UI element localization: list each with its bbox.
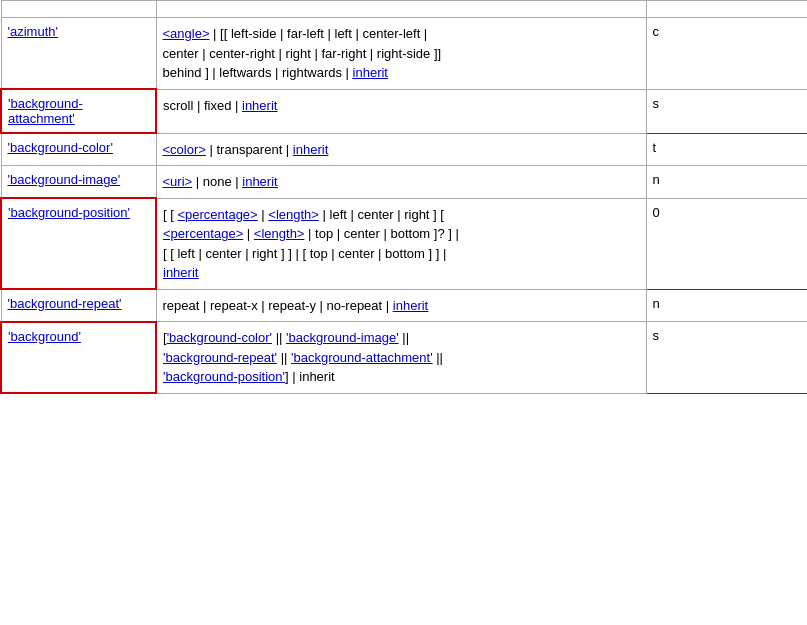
name-cell: 'background': [1, 322, 156, 394]
table-row: 'background-position'[ [ <percentage> | …: [1, 198, 807, 289]
bg-pos-link[interactable]: 'background-position': [163, 369, 285, 384]
percentage-link[interactable]: <percentage>: [177, 207, 257, 222]
azimuth-link[interactable]: 'azimuth': [8, 24, 58, 39]
values-cell: ['background-color' || 'background-image…: [156, 322, 646, 394]
table-row: 'background-attachment'scroll | fixed | …: [1, 89, 807, 133]
extra-cell: 0: [646, 198, 807, 289]
extra-cell: s: [646, 89, 807, 133]
name-cell: 'background-position': [1, 198, 156, 289]
extra-cell: c: [646, 18, 807, 90]
name-cell: 'background-image': [1, 166, 156, 199]
values-cell: <uri> | none | inherit: [156, 166, 646, 199]
color-link[interactable]: <color>: [163, 142, 206, 157]
header-name: [1, 1, 156, 18]
table-row: 'background'['background-color' || 'back…: [1, 322, 807, 394]
uri-link[interactable]: <uri>: [163, 174, 193, 189]
name-cell: 'azimuth': [1, 18, 156, 90]
values-cell: repeat | repeat-x | repeat-y | no-repeat…: [156, 289, 646, 322]
background-attachment-link[interactable]: 'background-attachment': [8, 96, 83, 126]
inherit-link[interactable]: inherit: [163, 265, 198, 280]
name-cell: 'background-attachment': [1, 89, 156, 133]
header-values: [156, 1, 646, 18]
extra-cell: n: [646, 166, 807, 199]
bg-color-link[interactable]: 'background-color': [167, 330, 272, 345]
values-cell: scroll | fixed | inherit: [156, 89, 646, 133]
background-link[interactable]: 'background': [8, 329, 81, 344]
extra-cell: t: [646, 133, 807, 166]
table-row: 'background-color'<color> | transparent …: [1, 133, 807, 166]
values-cell: [ [ <percentage> | <length> | left | cen…: [156, 198, 646, 289]
inherit-link[interactable]: inherit: [353, 65, 388, 80]
percentage-link2[interactable]: <percentage>: [163, 226, 243, 241]
values-cell: <color> | transparent | inherit: [156, 133, 646, 166]
inherit-link[interactable]: inherit: [242, 174, 277, 189]
css-reference-table: 'azimuth'<angle> | [[ left-side | far-le…: [0, 0, 807, 394]
inherit-link[interactable]: inherit: [293, 142, 328, 157]
extra-cell: s: [646, 322, 807, 394]
background-color-link[interactable]: 'background-color': [8, 140, 113, 155]
values-cell: <angle> | [[ left-side | far-left | left…: [156, 18, 646, 90]
bg-repeat-link[interactable]: 'background-repeat': [163, 350, 277, 365]
table-row: 'background-image'<uri> | none | inherit…: [1, 166, 807, 199]
length-link2[interactable]: <length>: [254, 226, 305, 241]
background-image-link[interactable]: 'background-image': [8, 172, 121, 187]
bg-attach-link[interactable]: 'background-attachment': [291, 350, 433, 365]
name-cell: 'background-color': [1, 133, 156, 166]
background-position-link[interactable]: 'background-position': [8, 205, 130, 220]
header-extra: [646, 1, 807, 18]
length-link[interactable]: <length>: [268, 207, 319, 222]
inherit-link[interactable]: inherit: [393, 298, 428, 313]
table-row: 'background-repeat'repeat | repeat-x | r…: [1, 289, 807, 322]
name-cell: 'background-repeat': [1, 289, 156, 322]
inherit-link[interactable]: inherit: [242, 98, 277, 113]
extra-cell: n: [646, 289, 807, 322]
table-row: 'azimuth'<angle> | [[ left-side | far-le…: [1, 18, 807, 90]
bg-image-link[interactable]: 'background-image': [286, 330, 399, 345]
angle-link[interactable]: <angle>: [163, 26, 210, 41]
background-repeat-link[interactable]: 'background-repeat': [8, 296, 122, 311]
